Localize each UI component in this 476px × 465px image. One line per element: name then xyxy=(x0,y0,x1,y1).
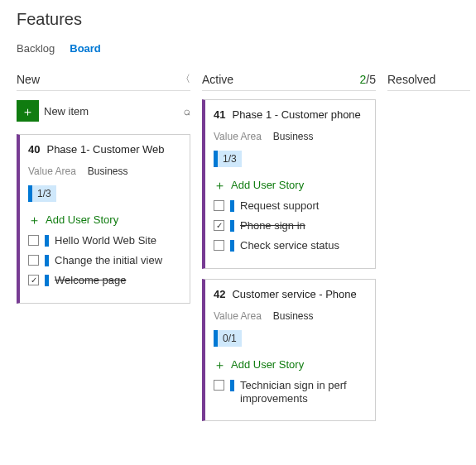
card-title: Phase 1 - Customer phone xyxy=(232,108,360,122)
checkbox[interactable] xyxy=(214,200,224,211)
story-item[interactable]: Technician sign in perf improvements xyxy=(214,379,367,406)
wip-limit: /5 xyxy=(366,73,376,86)
add-story-label: Add User Story xyxy=(231,179,304,191)
tab-board[interactable]: Board xyxy=(70,42,101,55)
story-item[interactable]: Welcome page xyxy=(28,274,181,287)
story-label: Check service status xyxy=(240,239,339,252)
tab-backlog[interactable]: Backlog xyxy=(17,42,55,55)
plus-icon: ＋ xyxy=(214,179,226,191)
column-header-active: Active 2/5 xyxy=(202,73,376,91)
new-item-button[interactable]: ＋ xyxy=(17,100,39,122)
story-label: Welcome page xyxy=(55,274,126,287)
column-header-new: New 〈 xyxy=(17,73,190,91)
card-title: Customer service - Phone xyxy=(232,288,356,302)
column-title: New xyxy=(17,73,40,86)
field-label-value-area: Value Area xyxy=(28,165,76,177)
card-id: 42 xyxy=(214,288,225,300)
story-item[interactable]: Hello World Web Site xyxy=(28,234,181,247)
checkbox[interactable] xyxy=(214,240,224,251)
story-item[interactable]: Phone sign in xyxy=(214,219,367,232)
column-title: Resolved xyxy=(387,73,435,86)
column-new: New 〈 ＋ New item ⌕ 40 Phase 1- Customer … xyxy=(17,73,190,431)
add-user-story-button[interactable]: ＋ Add User Story xyxy=(214,179,367,191)
story-label: Hello World Web Site xyxy=(55,234,156,247)
new-item-row: ＋ New item ⌕ xyxy=(17,99,190,122)
story-item[interactable]: Change the initial view xyxy=(28,254,181,267)
add-user-story-button[interactable]: ＋ Add User Story xyxy=(214,358,367,371)
plus-icon: ＋ xyxy=(22,105,34,117)
story-color-bar xyxy=(230,240,234,252)
column-title: Active xyxy=(202,73,233,86)
board: New 〈 ＋ New item ⌕ 40 Phase 1- Customer … xyxy=(17,73,459,431)
chevron-left-icon[interactable]: 〈 xyxy=(180,72,190,86)
checkbox[interactable] xyxy=(28,255,39,266)
column-resolved: Resolved xyxy=(387,73,470,431)
plus-icon: ＋ xyxy=(214,358,226,371)
story-label: Change the initial view xyxy=(55,254,162,267)
story-label: Request support xyxy=(240,199,319,213)
story-color-bar xyxy=(45,235,49,247)
field-value-value-area: Business xyxy=(88,165,128,177)
story-label: Phone sign in xyxy=(240,219,305,232)
add-user-story-button[interactable]: ＋ Add User Story xyxy=(28,213,181,226)
field-value-value-area: Business xyxy=(273,310,314,322)
field-label-value-area: Value Area xyxy=(214,310,262,322)
story-item[interactable]: Check service status xyxy=(214,239,367,252)
story-color-bar xyxy=(230,380,234,391)
card-id: 40 xyxy=(28,143,40,156)
field-label-value-area: Value Area xyxy=(214,131,262,142)
progress-badge[interactable]: 0/1 xyxy=(214,330,242,347)
column-active: Active 2/5 41 Phase 1 - Customer phone V… xyxy=(202,73,376,431)
progress-badge[interactable]: 1/3 xyxy=(28,185,56,202)
card-40[interactable]: 40 Phase 1- Customer Web Value Area Busi… xyxy=(17,134,190,304)
card-title: Phase 1- Customer Web xyxy=(46,143,164,157)
search-icon[interactable]: ⌕ xyxy=(184,104,190,117)
wip-indicator: 2/5 xyxy=(360,73,376,86)
card-41[interactable]: 41 Phase 1 - Customer phone Value Area B… xyxy=(202,99,376,269)
story-label: Technician sign in perf improvements xyxy=(240,379,367,406)
checkbox[interactable] xyxy=(214,220,224,231)
checkbox[interactable] xyxy=(28,235,39,246)
add-story-label: Add User Story xyxy=(46,213,118,226)
story-color-bar xyxy=(45,275,49,286)
story-color-bar xyxy=(230,220,234,232)
add-story-label: Add User Story xyxy=(231,358,304,371)
new-item-label[interactable]: New item xyxy=(44,105,89,117)
field-value-value-area: Business xyxy=(273,131,314,142)
story-color-bar xyxy=(45,255,49,266)
card-id: 41 xyxy=(214,108,225,121)
progress-badge[interactable]: 1/3 xyxy=(214,151,242,167)
checkbox[interactable] xyxy=(28,275,39,285)
plus-icon: ＋ xyxy=(28,213,41,226)
story-color-bar xyxy=(230,200,234,212)
tab-bar: Backlog Board xyxy=(17,42,459,55)
checkbox[interactable] xyxy=(214,380,224,391)
card-42[interactable]: 42 Customer service - Phone Value Area B… xyxy=(202,279,376,421)
story-item[interactable]: Request support xyxy=(214,199,367,213)
column-header-resolved: Resolved xyxy=(387,73,470,91)
page-title: Features xyxy=(17,10,459,29)
